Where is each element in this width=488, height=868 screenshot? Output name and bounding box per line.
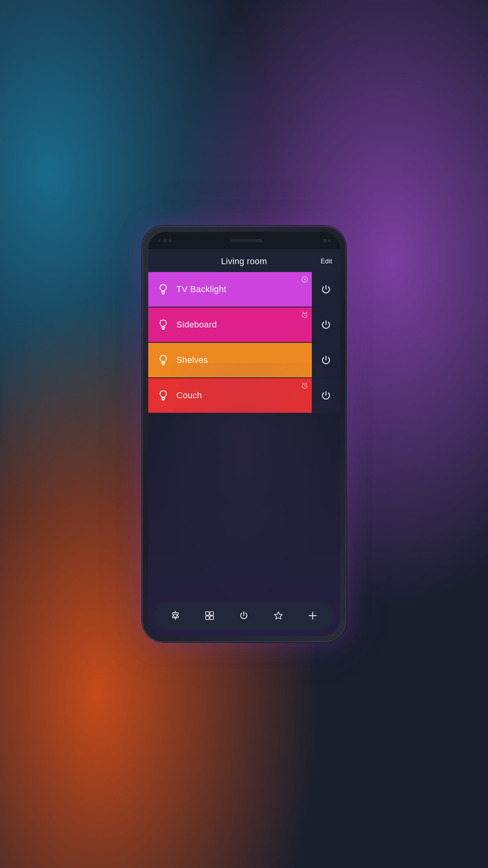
sideboard-label: Sideboard xyxy=(177,320,217,330)
tv-backlight-power-button[interactable] xyxy=(312,272,340,307)
light-row-sideboard: Sideboard xyxy=(148,307,340,342)
couch-button[interactable]: Couch xyxy=(148,378,312,413)
svg-line-27 xyxy=(160,391,161,392)
svg-line-13 xyxy=(166,320,166,321)
svg-line-12 xyxy=(160,320,161,321)
shelves-label: Shelves xyxy=(177,355,208,365)
power-icon-shelves xyxy=(320,354,332,366)
bulb-icon xyxy=(156,282,170,296)
phone-frame: Living room Edit xyxy=(142,226,346,642)
settings-nav-button[interactable] xyxy=(166,607,185,624)
lights-list: TV Backlight xyxy=(148,272,340,598)
shelves-power-button[interactable] xyxy=(312,343,340,377)
phone-screen: Living room Edit xyxy=(148,232,340,636)
couch-power-button[interactable] xyxy=(312,378,340,413)
bulb-icon-sideboard xyxy=(156,318,170,332)
svg-line-5 xyxy=(166,285,166,286)
light-row-tv-backlight: TV Backlight xyxy=(148,272,340,307)
svg-point-23 xyxy=(160,391,166,397)
dot3 xyxy=(169,239,171,242)
sensor-dot xyxy=(328,239,331,242)
add-nav-button[interactable] xyxy=(303,607,322,624)
svg-point-32 xyxy=(174,614,177,617)
svg-point-8 xyxy=(160,320,166,326)
svg-marker-7 xyxy=(304,278,306,280)
bottom-nav xyxy=(148,598,340,636)
power-icon-sideboard xyxy=(320,318,332,331)
svg-rect-35 xyxy=(206,616,209,620)
sideboard-button[interactable]: Sideboard xyxy=(148,307,312,342)
app-screen: Living room Edit xyxy=(148,249,340,636)
alarm-badge-icon-couch xyxy=(301,382,309,390)
grid-icon xyxy=(204,610,215,621)
svg-point-0 xyxy=(160,285,166,291)
bulb-icon-shelves xyxy=(156,353,170,367)
svg-rect-33 xyxy=(206,612,209,615)
speaker-notch xyxy=(231,239,263,242)
edit-button[interactable]: Edit xyxy=(320,257,332,265)
alarm-badge-icon-sideboard xyxy=(301,311,309,319)
svg-line-22 xyxy=(166,356,166,357)
camera-dot xyxy=(163,239,166,243)
svg-marker-37 xyxy=(274,612,282,619)
shelves-button[interactable]: Shelves xyxy=(148,343,312,377)
tv-backlight-label: TV Backlight xyxy=(177,284,227,294)
svg-line-31 xyxy=(306,383,307,384)
svg-line-28 xyxy=(166,391,166,392)
power-icon-couch xyxy=(320,389,332,402)
power-nav-button[interactable] xyxy=(234,607,254,624)
power-icon xyxy=(320,283,332,296)
svg-point-17 xyxy=(160,355,166,362)
couch-label: Couch xyxy=(177,390,202,401)
front-camera xyxy=(323,239,326,243)
tv-backlight-button[interactable]: TV Backlight xyxy=(148,272,312,307)
grid-nav-button[interactable] xyxy=(200,607,219,624)
star-icon xyxy=(273,610,284,621)
svg-rect-36 xyxy=(210,616,214,620)
bulb-icon-couch xyxy=(156,388,170,403)
svg-line-15 xyxy=(302,312,303,313)
light-row-couch: Couch xyxy=(148,378,340,413)
camera-right xyxy=(323,239,331,243)
add-icon xyxy=(307,610,318,621)
light-row-shelves: Shelves xyxy=(148,343,340,377)
camera-left xyxy=(158,239,171,243)
nav-pill xyxy=(155,602,334,629)
sideboard-power-button[interactable] xyxy=(312,307,340,342)
power-nav-icon xyxy=(238,610,249,621)
svg-line-4 xyxy=(160,285,161,286)
settings-icon xyxy=(170,610,181,621)
dot1 xyxy=(158,239,160,242)
favorites-nav-button[interactable] xyxy=(269,607,288,624)
page-title: Living room xyxy=(221,256,267,267)
app-header: Living room Edit xyxy=(148,249,340,272)
play-badge-icon xyxy=(301,276,309,284)
svg-line-16 xyxy=(306,312,307,313)
svg-rect-34 xyxy=(210,612,214,615)
svg-line-21 xyxy=(160,356,161,357)
phone-top-bar xyxy=(148,232,340,249)
svg-line-30 xyxy=(302,383,303,384)
